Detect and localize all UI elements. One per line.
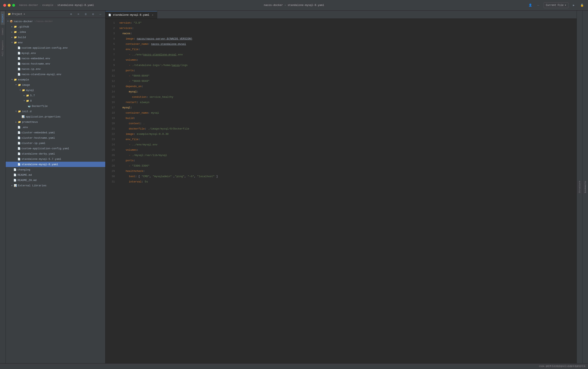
status-right: CSDN @程序员在线炒妙8元1份服丰包邮送可乐 — [539, 365, 586, 368]
code-line-10: ports: — [119, 68, 577, 73]
editor-area: 📄 standalone-mysql-8.yaml ✕ 1 2 3 4 5 6 … — [105, 10, 577, 363]
code-line-13: depends_on: — [119, 84, 577, 89]
structure-label[interactable]: Structure — [578, 179, 582, 195]
tree-item-mysql-folder[interactable]: ▼ 📁 mysql — [6, 88, 105, 93]
tree-item-external-libraries[interactable]: ▶ 📊 External Libraries — [6, 183, 105, 188]
tree-item-mysql-env[interactable]: 📄 mysql.env — [6, 51, 105, 56]
current-file-button[interactable]: Current File ▾ — [544, 2, 568, 8]
debug-icon[interactable]: 🔒 — [579, 2, 585, 8]
bookmarks-label[interactable]: Bookmarks — [583, 179, 587, 195]
sidebar-header: 📁 Project ▾ ⊕ ≡ ≣ ⚙ — — [6, 10, 105, 18]
code-line-12: - "9848:9848" — [119, 79, 577, 84]
breadcrumb-file[interactable]: standalone-mysql-8.yaml — [57, 4, 94, 7]
example-folder-label: example — [18, 78, 29, 81]
tree-item-custom-app-config-yaml[interactable]: 📄 custom-application-config.yaml — [6, 146, 105, 151]
env-arrow: ▼ — [10, 41, 13, 44]
hide-icon[interactable]: — — [98, 11, 103, 17]
back-icon[interactable]: ← — [536, 2, 541, 8]
maximize-button[interactable] — [12, 4, 15, 7]
tree-item-cluster-hostname-yaml[interactable]: 📄 cluster-hostname.yaml — [6, 135, 105, 141]
locate-icon[interactable]: ⊕ — [68, 11, 74, 17]
custom-app-config-yaml-icon: 📄 — [17, 147, 21, 150]
tree-item-standalone-mysql-8-yaml[interactable]: 📄 standalone-mysql-8.yaml — [6, 162, 105, 167]
expand-icon[interactable]: ≣ — [83, 11, 89, 17]
tree-item-custom-app-config-env[interactable]: 📄 custom-application-config.env — [6, 45, 105, 51]
tree-item-prometheus-folder[interactable]: ▶ 📁 prometheus — [6, 119, 105, 125]
nacos-standlone-mysql-env-icon: 📄 — [17, 72, 21, 76]
tree-item-readme-zh-md[interactable]: 📄 README_ZH.md — [6, 178, 105, 183]
standalone-mysql-57-yaml-label: standalone-mysql-5.7.yaml — [21, 158, 61, 161]
code-editor[interactable]: version: "3.8" services: nacos: image: n… — [118, 19, 577, 363]
tree-item-readme-md[interactable]: 📄 README.md — [6, 172, 105, 178]
tree-item-app-props[interactable]: 📊 application.properties — [6, 114, 105, 119]
ext-lib-arrow: ▶ — [10, 184, 13, 187]
code-line-28: - "3306:3306" — [119, 163, 577, 169]
tree-item-nacos-embedded-env[interactable]: 📄 nacos-embedded.env — [6, 56, 105, 61]
changlog-icon: 📄 — [13, 168, 17, 172]
image-folder-label: image — [22, 83, 30, 87]
tree-item-dot-env[interactable]: 📄 .env — [6, 125, 105, 130]
user-icon[interactable]: 👤 — [527, 2, 533, 8]
cluster-ip-yaml-icon: 📄 — [17, 141, 21, 145]
breadcrumb-sep2: › — [55, 4, 56, 7]
tree-item-example-folder[interactable]: ▼ 📁 example — [6, 77, 105, 82]
tree-item-idea[interactable]: ▶ 📁 .idea — [6, 29, 105, 35]
sidebar-tab-commit[interactable]: Commit — [1, 25, 5, 38]
tree-item-nacos-hostname-env[interactable]: 📄 nacos-hostname.env — [6, 61, 105, 66]
traffic-lights — [3, 4, 15, 7]
tab-close-button[interactable]: ✕ — [151, 13, 154, 17]
initd-arrow: ▼ — [15, 110, 18, 113]
tab-standalone-mysql-8[interactable]: 📄 standalone-mysql-8.yaml ✕ — [105, 11, 157, 19]
standalone-mysql-8-yaml-label: standalone-mysql-8.yaml — [21, 163, 58, 166]
57-folder-label: 5.7 — [30, 94, 35, 97]
breadcrumb-root[interactable]: nacos-docker — [19, 4, 38, 7]
idea-label: .idea — [18, 31, 26, 34]
tree-item-57-folder[interactable]: ▶ 📁 5.7 — [6, 93, 105, 98]
tree-item-build[interactable]: ▶ 📁 build — [6, 35, 105, 40]
app-props-label: application.properties — [26, 115, 61, 118]
sidebar-title-text: Project — [12, 13, 22, 16]
code-line-24: - ../env/mysql.env — [119, 142, 577, 147]
nacos-standlone-mysql-env-label: nacos-standlone-mysql.env — [21, 73, 61, 76]
tree-item-nacos-standlone-mysql-env[interactable]: 📄 nacos-standlone-mysql.env — [6, 72, 105, 77]
code-line-31: interval: 5s — [119, 179, 577, 184]
root-arrow: ▼ — [7, 20, 9, 23]
dot-env-label: .env — [21, 126, 28, 129]
minimize-button[interactable] — [8, 4, 10, 7]
code-line-30: test: [ "CMD", "mysqladmin" ,"ping", "-h… — [119, 174, 577, 179]
custom-app-config-yaml-label: custom-application-config.yaml — [21, 147, 69, 150]
tree-item-nacos-ip-env[interactable]: 📄 nacos-ip.env — [6, 66, 105, 72]
tree-item-standalone-mysql-57-yaml[interactable]: 📄 standalone-mysql-5.7.yaml — [6, 156, 105, 162]
tree-item-cluster-ip-yaml[interactable]: 📄 cluster-ip.yaml — [6, 141, 105, 146]
tree-item-root[interactable]: ▼ 📦 nacos-docker ~/nacos-docker — [6, 19, 105, 24]
cluster-embedded-yaml-label: cluster-embedded.yaml — [21, 131, 55, 134]
tree-item-env-folder[interactable]: ▼ 📁 env — [6, 40, 105, 45]
tree-item-standalone-derby-yaml[interactable]: 📄 standalone-derby.yaml — [6, 151, 105, 156]
main-layout: Project Commit Pull Requests 📁 Project ▾… — [0, 10, 588, 363]
root-name: nacos-docker — [14, 20, 33, 23]
tree-item-github[interactable]: ▶ 📁 .github — [6, 24, 105, 29]
sidebar-tab-pull-requests[interactable]: Pull Requests — [1, 38, 5, 59]
tree-item-image-folder[interactable]: ▼ 📁 image — [6, 82, 105, 88]
code-line-14: mysql: — [119, 89, 577, 94]
tree-item-cluster-embedded-yaml[interactable]: 📄 cluster-embedded.yaml — [6, 130, 105, 135]
sidebar-tab-project[interactable]: Project — [1, 11, 5, 25]
close-button[interactable] — [3, 4, 6, 7]
run-icon[interactable]: ▶ — [571, 2, 577, 8]
sidebar-dropdown-arrow[interactable]: ▾ — [23, 13, 25, 16]
tree-item-changlog[interactable]: 📄 changlog — [6, 167, 105, 172]
code-line-16: restart: always — [119, 100, 577, 105]
tree-item-dockerfile[interactable]: 🐋 Dockerfile — [6, 103, 105, 109]
breadcrumb-example[interactable]: example — [42, 4, 53, 7]
code-line-3: nacos: — [119, 31, 577, 36]
prometheus-folder-icon: 📁 — [18, 120, 21, 124]
tree-item-8-folder[interactable]: ▼ 📁 8 — [6, 98, 105, 103]
tree-item-initd-folder[interactable]: ▼ 📁 init.d — [6, 109, 105, 114]
readme-md-icon: 📄 — [13, 173, 17, 177]
settings-gear-icon[interactable]: ⚙ — [90, 11, 96, 17]
image-folder-icon: 📁 — [18, 83, 21, 87]
editor-content: 1 2 3 4 5 6 7 8 9 10 11 12 13 14 15 16 1… — [105, 19, 577, 363]
dot-env-icon: 📄 — [17, 125, 21, 129]
code-line-20: context: . — [119, 121, 577, 126]
collapse-icon[interactable]: ≡ — [76, 11, 81, 17]
